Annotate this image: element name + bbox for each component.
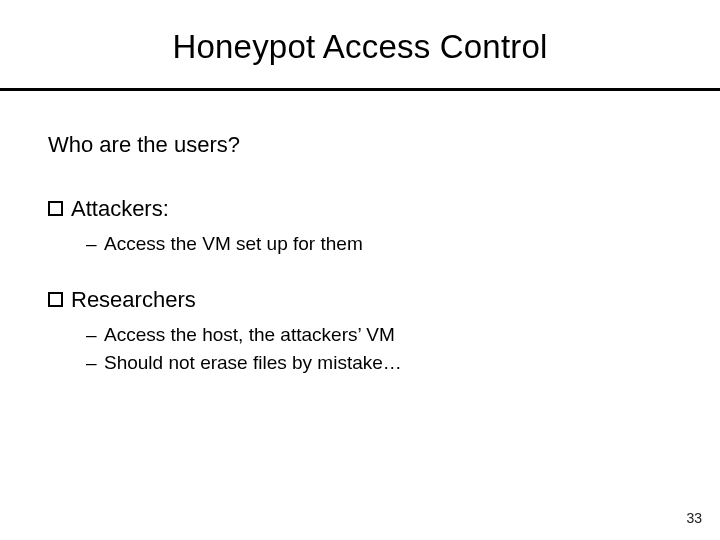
item-label: Researchers <box>71 286 196 314</box>
sub-text: Access the host, the attackers’ VM <box>104 324 395 345</box>
square-bullet-icon <box>48 292 63 307</box>
slide-title: Honeypot Access Control <box>0 28 720 66</box>
dash-icon: – <box>86 351 104 375</box>
bullet-row: Researchers <box>48 286 672 314</box>
sub-list: –Access the VM set up for them <box>48 232 672 256</box>
dash-icon: – <box>86 323 104 347</box>
slide: Honeypot Access Control Who are the user… <box>0 0 720 540</box>
sub-text: Access the VM set up for them <box>104 233 363 254</box>
sub-list: –Access the host, the attackers’ VM –Sho… <box>48 323 672 375</box>
item-label: Attackers: <box>71 195 169 223</box>
sub-item: –Access the host, the attackers’ VM <box>86 323 672 347</box>
dash-icon: – <box>86 232 104 256</box>
page-number: 33 <box>686 510 702 526</box>
list-item: Attackers: –Access the VM set up for the… <box>48 195 672 256</box>
sub-item: –Should not erase files by mistake… <box>86 351 672 375</box>
lead-question: Who are the users? <box>48 131 672 159</box>
title-area: Honeypot Access Control <box>0 0 720 66</box>
slide-body: Who are the users? Attackers: –Access th… <box>0 91 720 375</box>
square-bullet-icon <box>48 201 63 216</box>
bullet-row: Attackers: <box>48 195 672 223</box>
sub-text: Should not erase files by mistake… <box>104 352 402 373</box>
sub-item: –Access the VM set up for them <box>86 232 672 256</box>
list-item: Researchers –Access the host, the attack… <box>48 286 672 375</box>
